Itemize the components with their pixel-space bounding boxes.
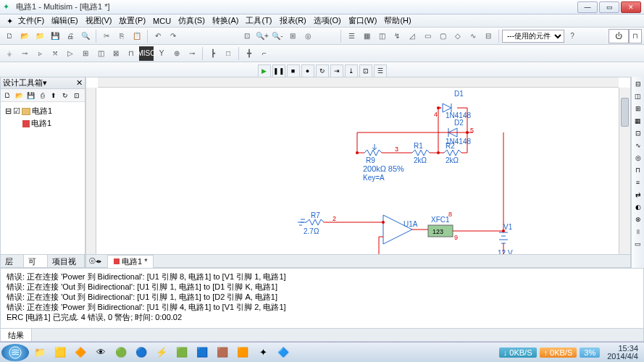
taskbar-app2-icon[interactable]: 🔶 — [71, 345, 90, 361]
step4-button[interactable]: ⤓ — [345, 64, 358, 77]
paste-icon[interactable]: 📋 — [130, 29, 144, 43]
resistor-icon[interactable]: ⊸ — [17, 46, 32, 61]
step2-button[interactable]: ↻ — [316, 64, 329, 77]
menu-file[interactable]: 文件(F) — [14, 14, 48, 27]
tree-child[interactable]: 电路1 — [4, 117, 82, 130]
taskbar-app6-icon[interactable]: 🔷 — [274, 345, 293, 361]
taskbar-app3-icon[interactable]: 🟦 — [193, 345, 212, 361]
menu-edit[interactable]: 编辑(E) — [48, 14, 82, 27]
conn-icon[interactable]: ⊸ — [185, 46, 199, 61]
text-icon[interactable]: ⌐ — [257, 46, 272, 61]
open2-icon[interactable]: 📁 — [33, 29, 47, 43]
schematic-canvas[interactable]: D1 1N4148 D2 1N4148 R1 2kΩ R2 2kΩ — [96, 88, 619, 254]
inst-word-icon[interactable]: ⊓ — [633, 165, 643, 175]
zoom-out-icon[interactable]: 🔍- — [270, 29, 285, 43]
instrument-xfc1[interactable]: 123 XFC1 — [428, 216, 453, 237]
inst-dist-icon[interactable]: ⊗ — [633, 214, 643, 224]
design-tree[interactable]: ⊟ ☑ 电路1 电路1 — [1, 102, 85, 254]
save-icon[interactable]: 💾 — [48, 29, 62, 43]
tray-clock[interactable]: 15:34 2014/4/4 — [603, 345, 643, 361]
rf-icon[interactable]: Y — [154, 46, 169, 61]
switch-icon[interactable]: ⏻ — [609, 29, 629, 43]
scrollbar-thumb[interactable] — [621, 98, 629, 127]
inst-mult-icon[interactable]: ⊟ — [633, 79, 643, 89]
sb-up-icon[interactable]: ⬆ — [49, 90, 59, 101]
menu-place[interactable]: 放置(P) — [115, 14, 149, 27]
db-icon[interactable]: ◫ — [375, 29, 389, 43]
taskbar-app4-icon[interactable]: 🟫 — [213, 345, 232, 361]
taskbar-explorer-icon[interactable]: 📁 — [30, 345, 49, 361]
bus-icon[interactable]: ⊟ — [481, 29, 495, 43]
sb-refresh-icon[interactable]: ↻ — [60, 90, 70, 101]
diode-icon[interactable]: ▹ — [33, 46, 47, 61]
menu-report[interactable]: 报表(R) — [276, 14, 310, 27]
pause-button[interactable]: ❚❚ — [272, 64, 285, 77]
part-icon[interactable]: ▭ — [420, 29, 435, 43]
inst-scope-icon[interactable]: ▦ — [633, 116, 643, 126]
menu-window[interactable]: 窗口(W) — [345, 14, 381, 27]
zoom-all-icon[interactable]: ◎ — [301, 29, 315, 43]
mixed-icon[interactable]: ⊠ — [109, 46, 123, 61]
sb-save-icon[interactable]: 💾 — [25, 90, 35, 101]
redo-icon[interactable]: ↷ — [166, 29, 180, 43]
sb-saveall-icon[interactable]: ⎙ — [37, 90, 47, 101]
menu-view[interactable]: 视图(V) — [82, 14, 116, 27]
switch2-icon[interactable]: ⊓ — [629, 29, 642, 43]
erc-output[interactable]: 错误: 正在连接 'Power 到 Bidirectional': [U1 引脚… — [1, 269, 643, 328]
component-v1[interactable]: V1 12 V — [498, 223, 513, 254]
ground-icon[interactable]: ⏚ — [2, 46, 17, 61]
open-icon[interactable]: 📂 — [17, 29, 32, 43]
print-icon[interactable]: 🖨 — [63, 29, 78, 43]
wire-icon[interactable]: ∿ — [466, 29, 480, 43]
inst-spec-icon[interactable]: ⫴ — [633, 227, 643, 237]
inst-4ch-icon[interactable]: ⊡ — [633, 128, 643, 138]
grid-icon[interactable]: ▦ — [359, 29, 374, 43]
ind-icon[interactable]: ⊓ — [124, 46, 138, 61]
check-icon[interactable]: ☑ — [13, 106, 20, 116]
tree-root[interactable]: ⊟ ☑ 电路1 — [4, 105, 82, 117]
start-button[interactable] — [1, 344, 29, 361]
undo-icon[interactable]: ↶ — [151, 29, 165, 43]
component-combo[interactable]: ---使用的元件--- — [502, 30, 564, 43]
tab-results[interactable]: 结果 — [1, 329, 32, 341]
menu-mcu[interactable]: MCU — [149, 16, 175, 26]
inst-freq-icon[interactable]: ◎ — [633, 153, 643, 163]
sb-open-icon[interactable]: 📂 — [14, 90, 24, 101]
taskbar-chrome-icon[interactable]: 🟢 — [112, 345, 130, 361]
taskbar-app1-icon[interactable]: 🟨 — [51, 345, 70, 361]
transistor-icon[interactable]: ⤲ — [48, 46, 62, 61]
inst-fgen-icon[interactable]: ◫ — [633, 91, 643, 101]
zoom-fit-icon[interactable]: ⊞ — [285, 29, 300, 43]
canvas-tab[interactable]: 电路1 * — [107, 255, 154, 268]
list-icon[interactable]: ☰ — [344, 29, 359, 43]
taskbar-utorrent-icon[interactable]: 🟩 — [172, 345, 191, 361]
elec-icon[interactable]: ⊕ — [170, 46, 184, 61]
zoom-area-icon[interactable]: ⊡ — [240, 29, 254, 43]
help-icon[interactable]: ? — [565, 29, 580, 43]
step6-button[interactable]: ☰ — [374, 64, 387, 77]
new-icon[interactable]: 🗋 — [2, 29, 17, 43]
inst-logic-icon[interactable]: ≡ — [633, 177, 643, 188]
maximize-button[interactable]: ▭ — [599, 1, 619, 13]
inst-net-icon[interactable]: ▭ — [633, 239, 643, 249]
component-r1[interactable]: R1 2kΩ — [412, 142, 430, 164]
component-u1a[interactable]: U1A LM358P — [383, 215, 428, 254]
menu-help[interactable]: 帮助(H) — [380, 14, 414, 27]
menu-convert[interactable]: 转换(A) — [209, 14, 243, 27]
junc-icon[interactable]: ╋ — [242, 46, 256, 61]
sb-new-icon[interactable]: 🗋 — [2, 90, 12, 101]
cut-icon[interactable]: ✂ — [99, 29, 114, 43]
inst-iv-icon[interactable]: ◐ — [633, 202, 643, 212]
expand-icon[interactable]: ⊟ — [5, 106, 12, 116]
minimize-button[interactable]: — — [577, 1, 598, 13]
menu-tools[interactable]: 工具(T) — [242, 14, 275, 27]
misc-icon[interactable]: MISC — [139, 46, 154, 61]
chart-icon[interactable]: ◿ — [405, 29, 419, 43]
taskbar-thunder-icon[interactable]: ⚡ — [152, 345, 171, 361]
inst-conv-icon[interactable]: ⇄ — [633, 190, 643, 200]
bus2-icon[interactable]: ┣ — [206, 46, 220, 61]
menu-sim[interactable]: 仿真(S) — [175, 14, 209, 27]
hier-icon[interactable]: □ — [221, 46, 235, 61]
preview-icon[interactable]: 🔍 — [78, 29, 93, 43]
sidebar-dropdown-icon[interactable]: ▾ — [43, 78, 47, 88]
